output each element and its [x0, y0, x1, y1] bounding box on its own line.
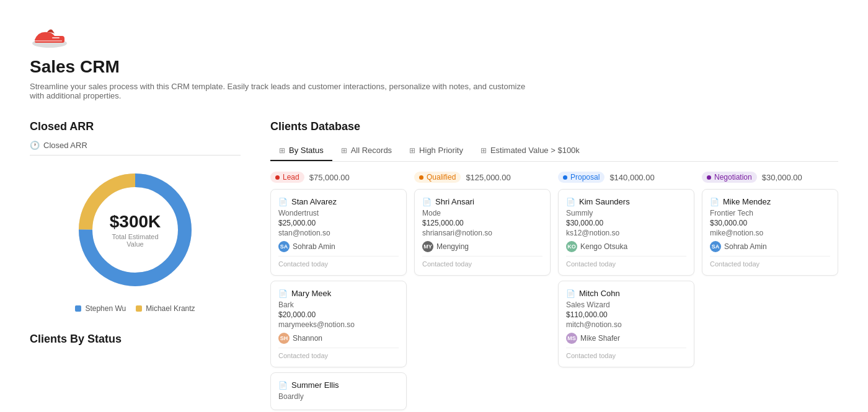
kanban-board: Lead$75,000.00 📄 Stan Alvarez Wondertrus…: [270, 172, 838, 412]
status-badge-lead: Lead: [270, 172, 304, 183]
card-assignee-1-0: MY Mengying: [422, 241, 542, 252]
status-badge-proposal: Proposal: [558, 172, 604, 183]
avatar-2-0: KO: [566, 241, 577, 252]
card-email-1-0: shriansari@notion.so: [422, 229, 542, 237]
card-0-0[interactable]: 📄 Stan Alvarez Wondertrust$25,000.00stan…: [270, 189, 407, 276]
avatar-2-1: MS: [566, 333, 577, 344]
card-2-0[interactable]: 📄 Kim Saunders Summly$30,000.00ks12@noti…: [558, 189, 694, 276]
assignee-name-2-1: Mike Shafer: [580, 334, 620, 343]
card-0-1[interactable]: 📄 Mary Meek Bark$20,000.00marymeeks@noti…: [270, 281, 407, 367]
assignee-name-0-0: Sohrab Amin: [293, 242, 335, 251]
col-header-3: Negotiation$30,000.00: [702, 172, 838, 183]
clients-db-title: Clients Database: [270, 120, 838, 133]
card-name-3-0: 📄 Mike Mendez: [710, 197, 830, 206]
doc-icon-0-2: 📄: [278, 381, 288, 390]
col-amount-0: $75,000.00: [309, 173, 350, 182]
doc-icon-0-0: 📄: [278, 198, 288, 206]
card-company-0-2: Boardly: [278, 392, 399, 401]
card-name-0-1: 📄 Mary Meek: [278, 289, 399, 298]
status-badge-negotiation: Negotiation: [702, 172, 757, 183]
donut-chart: $300K Total Estimated Value Stephen Wu M…: [30, 168, 241, 313]
card-value-3-0: $30,000.00: [710, 219, 830, 227]
tabs-row: ⊞ By Status ⊞ All Records ⊞ High Priorit…: [270, 141, 838, 162]
card-contacted-2-1: Contacted today: [566, 348, 686, 359]
card-contacted-0-0: Contacted today: [278, 256, 399, 268]
legend-dot-stephen: [75, 305, 81, 312]
card-name-2-1: 📄 Mitch Cohn: [566, 289, 686, 298]
card-company-2-1: Sales Wizard: [566, 300, 686, 309]
tab-icon-1: ⊞: [341, 146, 347, 155]
tab-estimated-value[interactable]: ⊞ Estimated Value > $100k: [472, 141, 588, 161]
card-contacted-2-0: Contacted today: [566, 256, 686, 268]
card-name-2-0: 📄 Kim Saunders: [566, 197, 686, 206]
arr-filter[interactable]: 🕐 Closed ARR: [30, 141, 241, 156]
card-value-2-1: $110,000.00: [566, 310, 686, 319]
tab-label-2: High Priority: [419, 146, 463, 155]
card-assignee-2-0: KO Kengo Otsuka: [566, 241, 686, 252]
card-name-0-2: 📄 Summer Ellis: [278, 380, 399, 390]
tab-by-status[interactable]: ⊞ By Status: [270, 141, 332, 161]
legend-item-stephen: Stephen Wu: [75, 304, 126, 313]
col-header-0: Lead$75,000.00: [270, 172, 407, 183]
assignee-name-0-1: Shannon: [293, 334, 322, 343]
avatar-1-0: MY: [422, 241, 433, 252]
tab-label-1: All Records: [351, 146, 392, 155]
card-3-0[interactable]: 📄 Mike Mendez Frontier Tech$30,000.00mik…: [702, 189, 838, 276]
card-company-2-0: Summly: [566, 209, 686, 217]
tab-icon-3: ⊞: [480, 146, 487, 155]
doc-icon-2-0: 📄: [566, 198, 575, 206]
col-amount-3: $30,000.00: [762, 173, 802, 182]
doc-icon-3-0: 📄: [710, 198, 719, 206]
col-header-1: Qualified$125,000.00: [414, 172, 551, 183]
kanban-col-qualified: Qualified$125,000.00 📄 Shri Ansari Mode$…: [414, 172, 551, 412]
kanban-col-lead: Lead$75,000.00 📄 Stan Alvarez Wondertrus…: [270, 172, 407, 412]
doc-icon-0-1: 📄: [278, 289, 288, 298]
svg-rect-1: [52, 37, 60, 38]
card-assignee-3-0: SA Sohrab Amin: [710, 241, 830, 252]
card-0-2[interactable]: 📄 Summer Ellis Boardly: [270, 372, 407, 410]
legend-label-stephen: Stephen Wu: [85, 304, 126, 313]
card-name-0-0: 📄 Stan Alvarez: [278, 197, 399, 206]
card-value-0-1: $20,000.00: [278, 310, 399, 319]
card-value-2-0: $30,000.00: [566, 219, 686, 227]
clients-by-status-title: Clients By Status: [30, 333, 241, 346]
donut-value: $300K: [104, 212, 166, 232]
tab-icon-0: ⊞: [279, 146, 285, 155]
avatar-0-1: SH: [278, 333, 290, 344]
assignee-name-1-0: Mengying: [436, 242, 469, 251]
card-assignee-0-1: SH Shannon: [278, 333, 399, 344]
card-value-0-0: $25,000.00: [278, 219, 399, 227]
clock-icon: 🕐: [30, 141, 40, 150]
badge-dot-3: [707, 175, 711, 180]
card-email-0-0: stan@notion.so: [278, 229, 399, 237]
tab-all-records[interactable]: ⊞ All Records: [332, 141, 401, 161]
assignee-name-3-0: Sohrab Amin: [724, 242, 767, 251]
tab-high-priority[interactable]: ⊞ High Priority: [401, 141, 472, 161]
doc-icon-2-1: 📄: [566, 289, 575, 298]
card-company-0-0: Wondertrust: [278, 209, 399, 217]
arr-filter-label: Closed ARR: [43, 141, 87, 150]
card-email-2-1: mitch@notion.so: [566, 320, 686, 329]
badge-dot-0: [275, 175, 280, 180]
clients-panel: Clients Database ⊞ By Status ⊞ All Recor…: [270, 120, 838, 412]
tab-label-3: Estimated Value > $100k: [490, 146, 580, 155]
badge-dot-1: [419, 175, 423, 180]
avatar-3-0: SA: [710, 241, 721, 252]
arr-title: Closed ARR: [30, 120, 241, 133]
card-assignee-0-0: SA Sohrab Amin: [278, 241, 399, 252]
arr-panel: Closed ARR 🕐 Closed ARR $300K: [30, 120, 241, 412]
logo: [30, 20, 69, 50]
chart-legend: Stephen Wu Michael Krantz: [75, 304, 195, 313]
tab-label-0: By Status: [289, 146, 324, 155]
card-company-3-0: Frontier Tech: [710, 209, 830, 217]
doc-icon-1-0: 📄: [422, 198, 432, 206]
col-header-2: Proposal$140,000.00: [558, 172, 694, 183]
col-amount-2: $140,000.00: [609, 173, 654, 182]
card-1-0[interactable]: 📄 Shri Ansari Mode$125,000.00shriansari@…: [414, 189, 551, 276]
card-email-2-0: ks12@notion.so: [566, 229, 686, 237]
card-company-0-1: Bark: [278, 300, 399, 309]
card-2-1[interactable]: 📄 Mitch Cohn Sales Wizard$110,000.00mitc…: [558, 281, 694, 367]
avatar-0-0: SA: [278, 241, 290, 252]
legend-dot-michael: [136, 305, 142, 312]
card-contacted-0-1: Contacted today: [278, 348, 399, 359]
